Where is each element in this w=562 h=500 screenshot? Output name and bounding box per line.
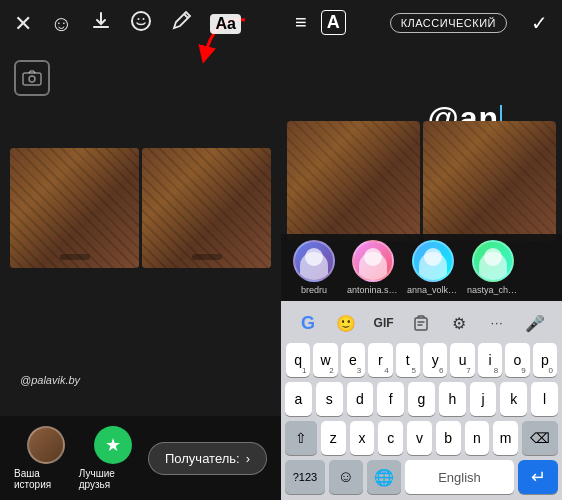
suggest-item-4[interactable]: nastya_chern...	[467, 240, 519, 295]
key-j[interactable]: j	[470, 382, 497, 416]
svg-point-1	[138, 18, 140, 20]
key-l[interactable]: l	[531, 382, 558, 416]
recipient-label: Получатель:	[165, 451, 240, 466]
key-i[interactable]: i8	[478, 343, 502, 377]
text-a-icon[interactable]: A	[321, 10, 346, 35]
keyboard-rows: q1 w2 e3 r4 t5 y6 u7 i8 o9 p0 a s d f g …	[283, 343, 560, 455]
right-panel: ≡ A КЛАССИЧЕСКИЙ ✓ @an bredru	[281, 0, 562, 500]
pen-icon[interactable]	[170, 10, 192, 38]
return-key[interactable]: ↵	[518, 460, 558, 494]
key-g[interactable]: g	[408, 382, 435, 416]
suggest-name-4: nastya_chern...	[467, 285, 519, 295]
bag-image-right	[142, 148, 271, 268]
key-a[interactable]: a	[285, 382, 312, 416]
globe-key[interactable]: 🌐	[367, 460, 401, 494]
suggest-avatar-4	[472, 240, 514, 282]
suggest-name-3: anna_volkovec	[407, 285, 459, 295]
key-q[interactable]: q1	[286, 343, 310, 377]
settings-icon[interactable]: ⚙	[443, 309, 475, 337]
key-f[interactable]: f	[377, 382, 404, 416]
suggest-avatar-3	[412, 240, 454, 282]
key-k[interactable]: k	[500, 382, 527, 416]
right-bag-left	[287, 121, 420, 241]
your-story-button[interactable]: Ваша история	[14, 426, 79, 490]
key-z[interactable]: z	[321, 421, 346, 455]
key-c[interactable]: c	[378, 421, 403, 455]
key-u[interactable]: u7	[450, 343, 474, 377]
key-b[interactable]: b	[436, 421, 461, 455]
asdf-row: a s d f g h j k l	[285, 382, 558, 416]
key-t[interactable]: t5	[396, 343, 420, 377]
key-m[interactable]: m	[493, 421, 518, 455]
suggest-item-3[interactable]: anna_volkovec	[407, 240, 459, 295]
right-toolbar: ≡ A КЛАССИЧЕСКИЙ ✓	[281, 0, 562, 45]
key-d[interactable]: d	[347, 382, 374, 416]
friends-label: Лучшие друзья	[79, 468, 148, 490]
mention-suggestions: bredru antonina.stylist anna_volkovec	[281, 234, 562, 301]
keyboard-top-bar: G 🙂 GIF ⚙ ··· 🎤	[283, 305, 560, 341]
suggest-item-1[interactable]: bredru	[289, 240, 339, 295]
watermark-text: @palavik.by	[20, 374, 80, 386]
key-r[interactable]: r4	[368, 343, 392, 377]
svg-point-2	[143, 18, 145, 20]
key-s[interactable]: s	[316, 382, 343, 416]
suggest-name-2: antonina.stylist	[347, 285, 399, 295]
camera-thumbnail	[14, 60, 50, 96]
right-canvas[interactable]: @an bredru antonina.stylist	[281, 45, 562, 301]
num123-key[interactable]: ?123	[285, 460, 325, 494]
key-v[interactable]: v	[407, 421, 432, 455]
space-key[interactable]: English	[405, 460, 514, 494]
bag-image-left	[10, 148, 139, 268]
svg-rect-6	[415, 318, 427, 330]
friends-icon: ★	[94, 426, 132, 464]
number-row: q1 w2 e3 r4 t5 y6 u7 i8 o9 p0	[285, 343, 558, 377]
left-bottom-bar: Ваша история ★ Лучшие друзья Получатель:…	[0, 416, 281, 500]
bag-images	[10, 148, 271, 268]
keyboard-bottom-row: ?123 ☺ 🌐 English ↵	[283, 460, 560, 494]
best-friends-button[interactable]: ★ Лучшие друзья	[79, 426, 148, 490]
gif-icon[interactable]: GIF	[368, 309, 400, 337]
download-icon[interactable]	[90, 10, 112, 38]
right-bag-right	[423, 121, 556, 241]
google-icon[interactable]: G	[292, 309, 324, 337]
svg-point-5	[29, 76, 35, 82]
zxcv-row: ⇧ z x c v b n m ⌫	[285, 421, 558, 455]
key-n[interactable]: n	[465, 421, 490, 455]
keyboard: G 🙂 GIF ⚙ ··· 🎤 q1 w2 e3 r4 t5	[281, 301, 562, 500]
suggest-item-2[interactable]: antonina.stylist	[347, 240, 399, 295]
suggest-avatar-2	[352, 240, 394, 282]
sticker-icon[interactable]	[130, 10, 152, 38]
key-y[interactable]: y6	[423, 343, 447, 377]
story-label: Ваша история	[14, 468, 79, 490]
text-tool-icon[interactable]: Aa	[210, 14, 240, 34]
key-x[interactable]: x	[350, 421, 375, 455]
backspace-key[interactable]: ⌫	[522, 421, 558, 455]
align-icon[interactable]: ≡	[295, 11, 307, 34]
left-panel: ✕ ☺ Aa	[0, 0, 281, 500]
key-w[interactable]: w2	[313, 343, 337, 377]
suggest-avatar-1	[293, 240, 335, 282]
svg-rect-4	[23, 73, 41, 85]
keyboard-emoji-icon[interactable]: 🙂	[330, 309, 362, 337]
shift-key[interactable]: ⇧	[285, 421, 317, 455]
suggest-name-1: bredru	[301, 285, 327, 295]
microphone-icon[interactable]: 🎤	[519, 309, 551, 337]
close-icon[interactable]: ✕	[14, 11, 32, 37]
key-h[interactable]: h	[439, 382, 466, 416]
more-icon[interactable]: ···	[481, 309, 513, 337]
emoji-icon[interactable]: ☺	[50, 11, 72, 37]
clipboard-icon[interactable]	[405, 309, 437, 337]
recipient-button[interactable]: Получатель: ›	[148, 442, 267, 475]
key-p[interactable]: p0	[533, 343, 557, 377]
key-e[interactable]: e3	[341, 343, 365, 377]
svg-point-0	[132, 12, 150, 30]
emoji-bottom-key[interactable]: ☺	[329, 460, 363, 494]
story-avatar	[27, 426, 65, 464]
left-toolbar: ✕ ☺ Aa	[0, 0, 281, 48]
left-canvas: @palavik.by	[0, 48, 281, 416]
recipient-arrow-icon: ›	[246, 451, 250, 466]
key-o[interactable]: o9	[505, 343, 529, 377]
confirm-icon[interactable]: ✓	[531, 11, 548, 35]
text-style-pill[interactable]: КЛАССИЧЕСКИЙ	[390, 13, 507, 33]
right-bag-area	[281, 121, 562, 241]
